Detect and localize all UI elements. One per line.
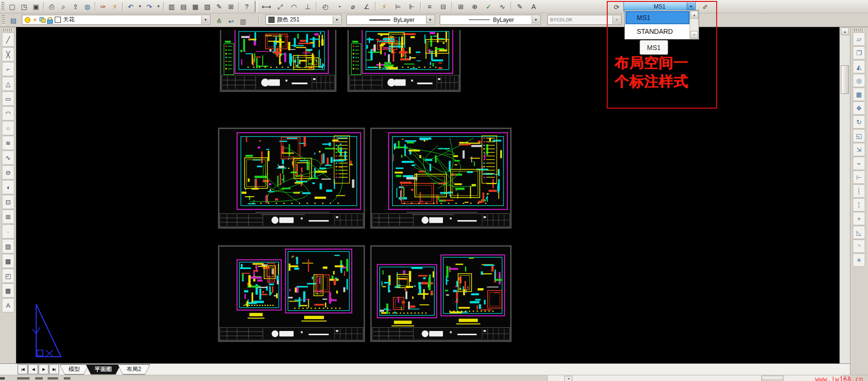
circle-button[interactable]: ○ [2, 121, 14, 135]
previous-tab-button[interactable]: ◀ [28, 364, 38, 374]
hscroll-left-button[interactable]: ◄ [564, 376, 572, 381]
revision-cloud-button[interactable]: ≋ [2, 136, 14, 150]
dim-arc-length-button[interactable]: ◠ [287, 1, 301, 12]
dim-continue-button[interactable]: ⊩ [405, 1, 419, 12]
scale-button[interactable]: ◱ [853, 129, 865, 142]
dim-space-button[interactable]: ≡ [423, 1, 436, 12]
tolerance-button[interactable]: ⊞ [454, 1, 468, 12]
dim-aligned-button[interactable]: ⤢ [273, 1, 287, 12]
undo-button[interactable]: ↶ [125, 1, 137, 12]
dim-jog-line-button[interactable]: ∿ [495, 1, 509, 12]
trim-button[interactable]: ⌁ [853, 157, 865, 170]
toolbar-grip[interactable] [2, 15, 5, 25]
dim-linear-button[interactable]: ⟷ [259, 1, 273, 12]
plot-button[interactable]: ⎙ [46, 1, 58, 12]
publish-button[interactable]: ⇪ [69, 1, 81, 12]
stretch-button[interactable]: ⇲ [853, 143, 865, 156]
last-tab-button[interactable]: ▶| [49, 364, 59, 374]
dim-diameter-button[interactable]: ⌀ [346, 1, 360, 12]
layer-previous-button[interactable]: ↩ [225, 16, 237, 27]
dim-inspect-button[interactable]: ✓ [482, 1, 495, 12]
open-button[interactable]: ◳ [18, 1, 30, 12]
horizontal-scrollbar[interactable] [547, 375, 850, 381]
break-button[interactable]: ╎ [853, 198, 865, 211]
quick-dimension-button[interactable]: ⚡ [377, 1, 391, 12]
linetype-combo[interactable]: ByLayer ▼ [346, 15, 435, 25]
dropdown-scroll-down-button[interactable]: ▼ [690, 31, 698, 39]
join-button[interactable]: + [853, 212, 865, 225]
chevron-down-icon[interactable]: ▼ [201, 16, 209, 24]
dim-baseline-button[interactable]: ⊨ [391, 1, 405, 12]
dim-radius-button[interactable]: ◴ [318, 1, 332, 12]
rectangle-button[interactable]: ▭ [2, 91, 14, 106]
color-combo[interactable]: 颜色 251 ▼ [266, 15, 342, 25]
insert-block-button[interactable]: ⊡ [2, 195, 14, 209]
break-at-point-button[interactable]: ┆ [853, 184, 865, 198]
polygon-button[interactable]: △ [2, 77, 14, 91]
designcenter-button[interactable]: ▤ [178, 1, 189, 12]
tab-model[interactable]: 模型 [59, 364, 89, 375]
3d-dwf-button[interactable]: ◍ [81, 1, 93, 12]
line-button[interactable]: ╱ [2, 32, 14, 47]
help-button[interactable]: ? [241, 1, 253, 12]
toolbar-grip[interactable] [3, 29, 13, 31]
vertical-scrollbar[interactable]: ▲ ▼ [839, 27, 850, 375]
dim-ordinate-button[interactable]: ⊥ [301, 1, 315, 12]
move-button[interactable]: ✥ [853, 101, 865, 115]
dim-edit-button[interactable]: ✎ [513, 1, 527, 12]
array-button[interactable]: ▦ [853, 88, 865, 101]
redo-button[interactable]: ↷ [143, 1, 155, 12]
layer-properties-manager-button[interactable]: ▤ [6, 15, 21, 26]
mirror-button[interactable]: ◭ [853, 60, 865, 73]
first-tab-button[interactable]: |◀ [18, 364, 28, 374]
fillet-button[interactable]: ◝ [853, 240, 865, 253]
chevron-down-icon[interactable]: ▼ [333, 16, 341, 24]
layer-states-manager-button[interactable]: ▥ [237, 16, 249, 27]
table-button[interactable]: ▦ [2, 283, 14, 298]
ellipse-button[interactable]: ⊖ [2, 165, 14, 180]
rotate-button[interactable]: ↻ [853, 115, 865, 129]
dim-jogged-button[interactable]: ◔ [332, 1, 346, 12]
chamfer-button[interactable]: ◺ [853, 226, 865, 239]
vertical-scrollbar-thumb[interactable] [841, 65, 849, 94]
match-properties-button[interactable]: ✑ [97, 1, 109, 12]
dropdown-scroll-up-button[interactable]: ▲ [690, 11, 698, 19]
chevron-down-icon[interactable]: ▼ [532, 16, 540, 24]
erase-button[interactable]: ▱ [853, 32, 865, 46]
toolbar-grip[interactable] [1, 2, 4, 11]
copy-button[interactable]: ❐ [853, 46, 865, 60]
redo-menu-button[interactable]: ▾ [155, 1, 162, 12]
sheet-set-manager-button[interactable]: ▧ [201, 1, 213, 12]
hatch-button[interactable]: ▨ [2, 239, 14, 253]
horizontal-scrollbar-thumb[interactable] [761, 376, 783, 381]
lineweight-combo[interactable]: ByLayer ▼ [440, 15, 541, 25]
tab-layout2[interactable]: 布局2 [118, 364, 150, 375]
point-button[interactable]: · [2, 224, 14, 239]
next-tab-button[interactable]: ▶ [39, 364, 49, 374]
make-block-button[interactable]: ⊞ [2, 210, 14, 224]
region-button[interactable]: ◰ [2, 269, 14, 283]
dim-angular-button[interactable]: ∠ [360, 1, 374, 12]
gradient-button[interactable]: ▩ [2, 254, 14, 268]
ellipse-arc-button[interactable]: ◖ [2, 180, 14, 194]
extend-button[interactable]: ⊢ [853, 170, 865, 184]
new-button[interactable]: ▢ [6, 1, 18, 12]
multiline-text-button[interactable]: A [2, 298, 14, 312]
arc-button[interactable]: ◠ [2, 106, 14, 120]
center-mark-button[interactable]: ⊕ [468, 1, 482, 12]
tool-palettes-button[interactable]: ▦ [189, 1, 201, 12]
block-editor-button[interactable]: ⚡ [109, 1, 121, 12]
dim-text-edit-button[interactable]: A [527, 1, 541, 12]
undo-menu-button[interactable]: ▾ [137, 1, 143, 12]
construction-line-button[interactable]: ╳ [2, 47, 14, 61]
spline-button[interactable]: ∿ [2, 150, 14, 165]
properties-palette-button[interactable]: ▥ [166, 1, 178, 12]
explode-button[interactable]: ✳ [853, 253, 865, 267]
toolbar-grip[interactable] [854, 29, 864, 31]
dim-break-button[interactable]: ⊟ [436, 1, 450, 12]
quickcalc-button[interactable]: ⊞ [225, 1, 237, 12]
dropdown-item-ms1[interactable]: MS1 [625, 11, 690, 24]
chevron-down-icon[interactable]: ▼ [426, 16, 434, 24]
polyline-button[interactable]: ⌐ [2, 62, 14, 76]
tab-floor-plan[interactable]: 平面图 [86, 364, 121, 375]
